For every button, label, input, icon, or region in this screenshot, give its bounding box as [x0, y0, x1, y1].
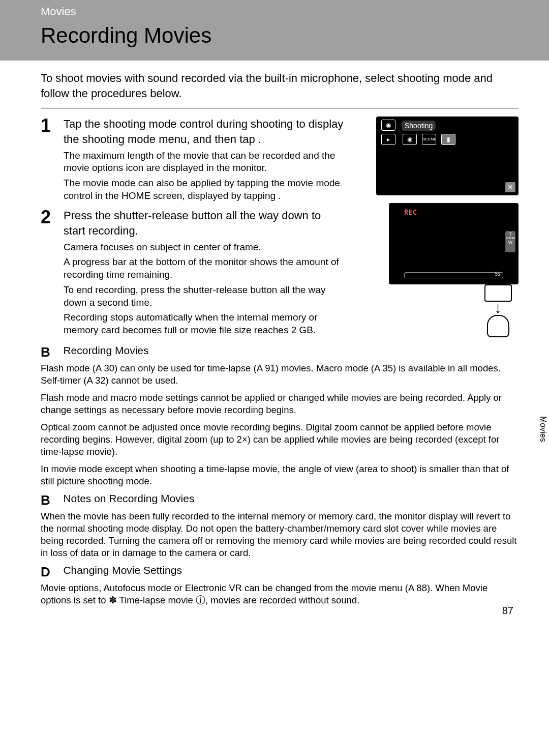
step-detail: Recording stops automatically when the i… — [64, 311, 346, 336]
note-title: Changing Movie Settings — [63, 564, 181, 576]
step-detail: Camera focuses on subject in center of f… — [64, 241, 346, 254]
page-number: 87 — [502, 605, 513, 617]
note-letter: B — [41, 492, 61, 508]
arrow-down-icon: ↓ — [481, 302, 514, 314]
step-number: 2 — [41, 208, 64, 226]
step-detail: To end recording, press the shutter-rele… — [64, 284, 346, 309]
step-1: 1 Tap the shooting mode control during s… — [41, 117, 361, 202]
note-body: Flash mode and macro mode settings canno… — [41, 392, 518, 416]
figure-recording: REC T ZOOM W 5s ↓ — [351, 203, 518, 292]
note-body: Optical zoom cannot be adjusted once mov… — [41, 421, 518, 458]
step-detail: A progress bar at the bottom of the moni… — [64, 256, 346, 281]
note-changing-settings: D Changing Movie Settings Movie options,… — [41, 564, 518, 606]
playback-icon: ▸ — [381, 134, 395, 145]
page-header: Movies Recording Movies — [0, 0, 549, 61]
note-notes-on-recording: B Notes on Recording Movies When the mov… — [41, 492, 518, 559]
step-detail: The movie mode can also be applied by ta… — [64, 177, 361, 202]
note-letter: B — [41, 344, 61, 360]
progress-bar: 5s — [404, 272, 503, 278]
still-icon: ◉ — [403, 134, 417, 145]
note-title: Notes on Recording Movies — [63, 492, 194, 504]
note-body: In movie mode except when shooting a tim… — [41, 463, 518, 487]
note-letter: D — [41, 564, 61, 580]
note-body: Movie options, Autofocus mode or Electro… — [41, 582, 518, 606]
shooting-mode-label: Shooting — [402, 121, 436, 131]
note-body: When the movie has been fully recorded t… — [41, 510, 518, 559]
intro-text: To shoot movies with sound recorded via … — [41, 71, 518, 101]
breadcrumb: Movies — [41, 5, 549, 18]
step-heading: Press the shutter-release button all the… — [64, 208, 346, 238]
step-detail: The maximum length of the movie that can… — [64, 150, 361, 175]
note-title: Recording Movies — [63, 344, 148, 356]
shutter-press-illustration: ↓ — [481, 284, 514, 338]
page-title: Recording Movies — [41, 23, 549, 48]
movie-mode-icon: ▮ — [441, 134, 455, 145]
step-heading: Tap the shooting mode control during sho… — [64, 117, 361, 147]
close-icon: ✕ — [505, 182, 515, 192]
note-recording-movies: B Recording Movies Flash mode (A 30) can… — [41, 344, 518, 487]
rec-indicator: REC — [404, 208, 417, 216]
divider — [41, 108, 518, 109]
step-number: 1 — [41, 117, 64, 135]
scene-icon: SCENE — [422, 134, 436, 145]
zoom-control-icon: T ZOOM W — [505, 231, 515, 252]
note-body: Flash mode (A 30) can only be used for t… — [41, 362, 518, 387]
side-tab-label: Movies — [537, 412, 549, 446]
figure-shooting-menu: ◉ Shooting ▸ ◉ SCENE ▮ ✕ — [366, 117, 518, 203]
camera-icon: ◉ — [381, 120, 395, 131]
step-2: 2 Press the shutter-release button all t… — [41, 208, 346, 336]
